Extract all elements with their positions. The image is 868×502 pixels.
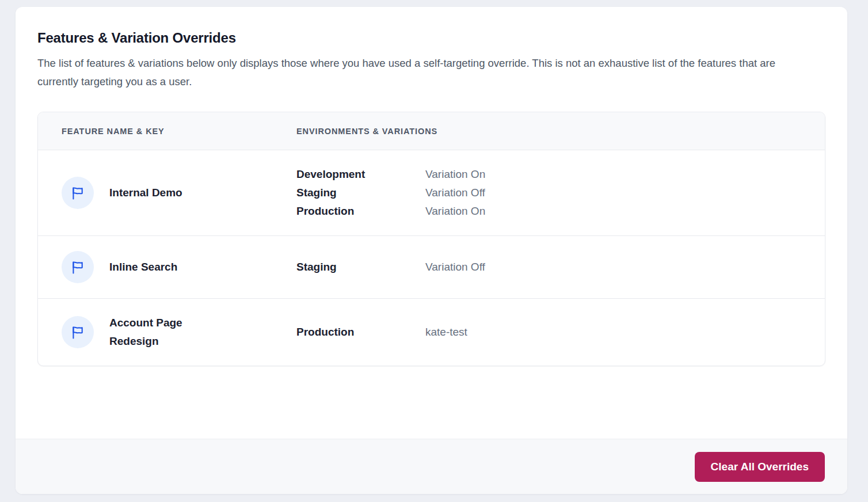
table-row: Account Page Redesign Production kate-te…	[38, 298, 825, 366]
card-body: Features & Variation Overrides The list …	[16, 7, 847, 439]
table-header-row: FEATURE NAME & KEY ENVIRONMENTS & VARIAT…	[38, 112, 825, 150]
environment-name: Staging	[296, 184, 425, 202]
page-title: Features & Variation Overrides	[37, 30, 825, 46]
card-footer: Clear All Overrides	[16, 439, 847, 494]
environment-name: Development	[296, 165, 425, 184]
overrides-table: FEATURE NAME & KEY ENVIRONMENTS & VARIAT…	[37, 112, 825, 366]
environments-cell: Staging Variation Off	[296, 258, 825, 276]
table-row: Inline Search Staging Variation Off	[38, 235, 825, 298]
feature-name: Internal Demo	[109, 184, 182, 202]
flag-icon	[62, 177, 94, 209]
feature-name: Inline Search	[109, 258, 177, 276]
environments-cell: Production kate-test	[296, 323, 825, 341]
feature-cell: Internal Demo	[62, 177, 296, 209]
clear-all-overrides-button[interactable]: Clear All Overrides	[695, 452, 825, 482]
page-description: The list of features & variations below …	[37, 54, 812, 91]
environment-line: Production Variation On	[296, 202, 825, 220]
environment-name: Staging	[296, 258, 425, 276]
variation-value: kate-test	[425, 323, 825, 341]
feature-name: Account Page Redesign	[109, 314, 230, 351]
environment-line: Production kate-test	[296, 323, 825, 341]
flag-icon	[62, 251, 94, 283]
environment-line: Staging Variation Off	[296, 258, 825, 276]
feature-cell: Account Page Redesign	[62, 314, 296, 351]
flag-icon	[62, 316, 94, 348]
environment-name: Production	[296, 202, 425, 220]
environment-line: Staging Variation Off	[296, 184, 825, 202]
column-header-feature: FEATURE NAME & KEY	[62, 127, 296, 136]
variation-value: Variation On	[425, 165, 825, 184]
environment-name: Production	[296, 323, 425, 341]
overrides-card: Features & Variation Overrides The list …	[16, 7, 847, 494]
variation-value: Variation Off	[425, 184, 825, 202]
variation-value: Variation Off	[425, 258, 825, 276]
feature-cell: Inline Search	[62, 251, 296, 283]
environment-line: Development Variation On	[296, 165, 825, 184]
column-header-environments: ENVIRONMENTS & VARIATIONS	[296, 127, 825, 136]
variation-value: Variation On	[425, 202, 825, 220]
environments-cell: Development Variation On Staging Variati…	[296, 165, 825, 220]
table-row: Internal Demo Development Variation On S…	[38, 150, 825, 235]
